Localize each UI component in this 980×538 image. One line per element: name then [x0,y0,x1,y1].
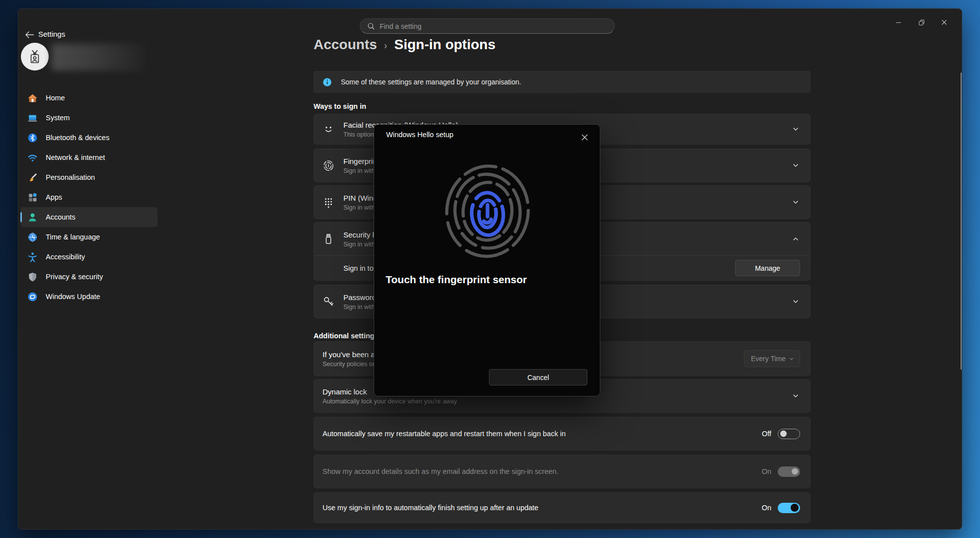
page-title: Sign-in options [394,37,495,53]
app-title: Settings [38,30,65,38]
info-icon [323,77,332,87]
toggle-state-text: Off [762,430,771,438]
sidebar-item-network[interactable]: Network & internet [20,148,158,167]
show-account-details-toggle [778,466,800,477]
user-name-redacted [52,44,145,71]
close-window-button[interactable] [933,15,956,30]
sidebar-item-system[interactable]: System [20,108,158,128]
sidebar-item-label: Accessibility [46,253,85,261]
sidebar-item-apps[interactable]: Apps [20,187,158,207]
search-input[interactable]: Find a setting [360,18,615,34]
toggle-knob [792,468,798,475]
back-button[interactable] [22,29,36,41]
sidebar-item-label: Personalisation [46,173,95,181]
restartable-apps-toggle[interactable] [778,429,800,439]
fingerprint-graphic [438,159,537,265]
sidebar-item-time-language[interactable]: Time & language [20,227,158,247]
avatar[interactable] [21,43,49,71]
sidebar-item-label: Bluetooth & devices [46,134,109,142]
clock-globe-icon [27,232,38,242]
sidebar-item-windows-update[interactable]: Windows Update [20,287,158,307]
sidebar-item-label: Privacy & security [46,273,103,281]
toggle-state-text: On [762,467,771,475]
row-use-signin-info: Use my sign-in info to automatically fin… [314,492,811,523]
bluetooth-icon [27,133,38,143]
search-icon [367,22,375,30]
usb-key-icon [323,233,334,245]
chevron-down-icon[interactable] [791,198,800,207]
sidebar-item-label: Apps [46,193,62,201]
keypad-icon [323,196,334,208]
accessibility-icon [27,252,38,262]
toggle-knob [791,504,799,512]
sidebar-item-accessibility[interactable]: Accessibility [20,247,158,267]
chevron-down-icon[interactable] [791,161,800,170]
managed-by-org-banner: Some of these settings are managed by yo… [314,71,811,93]
wifi-icon [27,153,38,163]
breadcrumb-separator-icon: › [384,38,388,51]
face-icon [323,123,334,135]
dialog-title: Windows Hello setup [386,131,453,139]
manage-button[interactable]: Manage [735,260,800,276]
require-signin-dropdown[interactable]: Every Time [744,350,800,367]
chevron-down-icon[interactable] [791,125,800,134]
breadcrumb-accounts[interactable]: Accounts [314,37,377,53]
window-controls [887,15,956,30]
laptop-icon [27,113,38,123]
dialog-close-button[interactable] [577,131,592,144]
row-restartable-apps: Automatically save my restartable apps a… [314,417,811,451]
id-badge-icon [27,49,43,65]
sidebar-item-label: Home [46,94,65,102]
toggle-label: Automatically save my restartable apps a… [323,430,762,438]
key-icon [323,296,334,307]
sidebar-item-label: Accounts [46,213,76,221]
toggle-state-text: On [762,504,771,512]
sidebar-item-personalisation[interactable]: Personalisation [20,167,158,187]
fingerprint-icon [323,159,334,171]
home-icon [27,93,38,103]
minimize-button[interactable] [887,15,910,30]
sidebar-item-label: Time & language [46,233,100,241]
apps-icon [27,192,38,203]
use-signin-info-toggle[interactable] [778,503,800,513]
sidebar-item-label: Windows Update [46,293,100,301]
sidebar-item-home[interactable]: Home [20,88,158,108]
search-placeholder: Find a setting [380,22,421,30]
sidebar-nav: Home System Bluetooth & devices Networ [20,88,158,307]
close-icon [581,134,588,141]
person-icon [27,212,38,223]
update-icon [27,292,38,302]
sidebar-item-privacy[interactable]: Privacy & security [20,267,158,287]
toggle-label: Show my account details such as my email… [323,467,762,475]
vertical-scrollbar[interactable] [961,73,962,370]
chevron-down-icon[interactable] [791,297,800,306]
row-show-account-details: Show my account details such as my email… [314,455,811,488]
chevron-down-icon [788,356,795,362]
sidebar-item-accounts[interactable]: Accounts [20,207,158,227]
minimize-icon [896,19,901,25]
toggle-knob [780,431,787,437]
chevron-down-icon[interactable] [791,391,800,400]
sidebar-item-label: Network & internet [46,154,105,161]
shield-icon [27,272,38,282]
breadcrumb: Accounts › Sign-in options [314,37,495,53]
restore-button[interactable] [910,15,933,30]
paintbrush-icon [27,172,38,183]
back-arrow-icon [25,31,34,39]
row-subtitle: Automatically lock your device when you'… [323,397,791,405]
ways-to-sign-in-heading: Ways to sign in [314,102,366,110]
sidebar-item-label: System [46,114,70,122]
cancel-button[interactable]: Cancel [489,369,587,385]
chevron-up-icon[interactable] [791,234,800,243]
banner-text: Some of these settings are managed by yo… [341,78,521,86]
dialog-message: Touch the fingerprint sensor [386,274,527,286]
windows-hello-setup-dialog: Windows Hello setup Touch the fingerprin… [374,124,600,396]
close-icon [941,19,947,25]
sidebar-item-bluetooth[interactable]: Bluetooth & devices [20,128,158,148]
additional-settings-heading: Additional settings [314,332,379,340]
restore-icon [918,19,925,26]
toggle-label: Use my sign-in info to automatically fin… [323,504,762,512]
dropdown-value: Every Time [751,355,786,363]
